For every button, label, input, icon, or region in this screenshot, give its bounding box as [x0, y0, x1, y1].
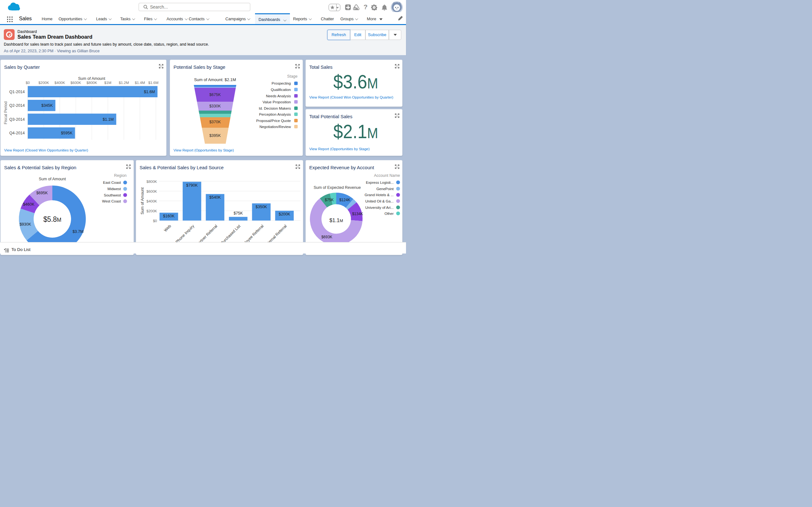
svg-text:$1.6M: $1.6M — [144, 90, 155, 94]
svg-text:Q1-2014: Q1-2014 — [9, 90, 25, 94]
svg-text:Southwest: Southwest — [104, 193, 121, 197]
svg-text:$200K: $200K — [279, 212, 291, 216]
svg-text:Express Logisti...: Express Logisti... — [366, 181, 394, 184]
svg-text:Fiscal Period: Fiscal Period — [3, 101, 8, 124]
svg-text:Q3-2014: Q3-2014 — [9, 117, 25, 122]
svg-text:$160K: $160K — [163, 214, 175, 218]
svg-text:$1.4M: $1.4M — [135, 81, 145, 84]
svg-text:$200K: $200K — [38, 81, 49, 84]
svg-text:$75K: $75K — [325, 198, 334, 202]
svg-text:$400K: $400K — [55, 81, 65, 84]
svg-text:University of Ari...: University of Ari... — [365, 206, 394, 210]
svg-text:$350K: $350K — [256, 205, 267, 209]
svg-text:$3.7M: $3.7M — [72, 229, 84, 234]
svg-text:$1.1M: $1.1M — [329, 217, 343, 223]
svg-text:Sum of Expected Revenue: Sum of Expected Revenue — [314, 185, 361, 190]
svg-text:Phone Inquiry: Phone Inquiry — [175, 224, 195, 244]
svg-text:Sum of Amount: Sum of Amount — [140, 187, 145, 215]
svg-text:Id. Decision Makers: Id. Decision Makers — [259, 107, 291, 110]
svg-text:Region: Region — [114, 173, 126, 178]
svg-text:$675K: $675K — [209, 93, 221, 97]
svg-text:Negotiation/Review: Negotiation/Review — [259, 125, 291, 129]
svg-text:$1.2M: $1.2M — [119, 81, 129, 84]
svg-text:Q4-2014: Q4-2014 — [9, 131, 25, 135]
svg-text:Sum of Amount: Sum of Amount — [39, 177, 66, 181]
svg-text:$395K: $395K — [209, 133, 221, 138]
svg-text:Grand Hotels & ...: Grand Hotels & ... — [365, 193, 394, 197]
svg-text:$600K: $600K — [147, 189, 157, 193]
svg-text:GenePoint: GenePoint — [376, 187, 394, 191]
svg-text:$800K: $800K — [147, 180, 157, 183]
svg-text:$460K: $460K — [23, 202, 35, 207]
svg-text:$124K: $124K — [339, 198, 351, 202]
svg-text:$930K: $930K — [20, 222, 32, 227]
svg-text:$370K: $370K — [209, 120, 221, 124]
svg-text:Sum of Amount: Sum of Amount — [78, 76, 105, 81]
svg-text:Needs Analysis: Needs Analysis — [266, 94, 291, 98]
svg-text:$345K: $345K — [41, 103, 53, 108]
svg-text:$695K: $695K — [36, 191, 48, 195]
svg-text:Value Proposition: Value Proposition — [263, 100, 291, 104]
svg-text:Proposal/Price Quote: Proposal/Price Quote — [256, 119, 291, 123]
svg-text:$200K: $200K — [147, 209, 157, 213]
svg-text:$790K: $790K — [186, 183, 198, 187]
svg-text:Prospecting: Prospecting — [271, 81, 291, 85]
svg-text:$330K: $330K — [209, 104, 221, 108]
svg-text:Stage: Stage — [287, 74, 298, 78]
svg-text:East Coast: East Coast — [103, 181, 121, 184]
svg-text:$595K: $595K — [61, 131, 72, 135]
svg-text:Qualification: Qualification — [271, 88, 291, 92]
svg-text:$1.6M: $1.6M — [148, 81, 159, 84]
svg-text:Web: Web — [163, 224, 172, 233]
svg-text:Account Name: Account Name — [374, 173, 400, 178]
svg-text:$540K: $540K — [209, 195, 221, 200]
svg-text:West Coast: West Coast — [102, 199, 121, 203]
svg-text:$1.1M: $1.1M — [103, 117, 114, 122]
svg-text:Sum of Amount: $2.1M: Sum of Amount: $2.1M — [194, 77, 236, 82]
svg-text:Perception Analysis: Perception Analysis — [259, 112, 291, 116]
svg-text:United Oil & Ga...: United Oil & Ga... — [365, 199, 394, 203]
svg-text:$0: $0 — [26, 81, 30, 84]
svg-text:Other: Other — [385, 212, 394, 216]
svg-text:$5.8M: $5.8M — [44, 215, 61, 223]
svg-text:$0: $0 — [153, 219, 157, 223]
svg-text:$693K: $693K — [321, 235, 333, 239]
svg-text:$1M: $1M — [104, 81, 111, 84]
svg-text:Midwest: Midwest — [107, 187, 121, 191]
svg-text:$800K: $800K — [87, 81, 97, 84]
svg-text:$134K: $134K — [352, 212, 363, 216]
svg-text:Q2-2014: Q2-2014 — [9, 103, 25, 108]
svg-text:$75K: $75K — [234, 211, 243, 216]
svg-text:$600K: $600K — [70, 81, 81, 84]
svg-text:$400K: $400K — [147, 199, 157, 203]
